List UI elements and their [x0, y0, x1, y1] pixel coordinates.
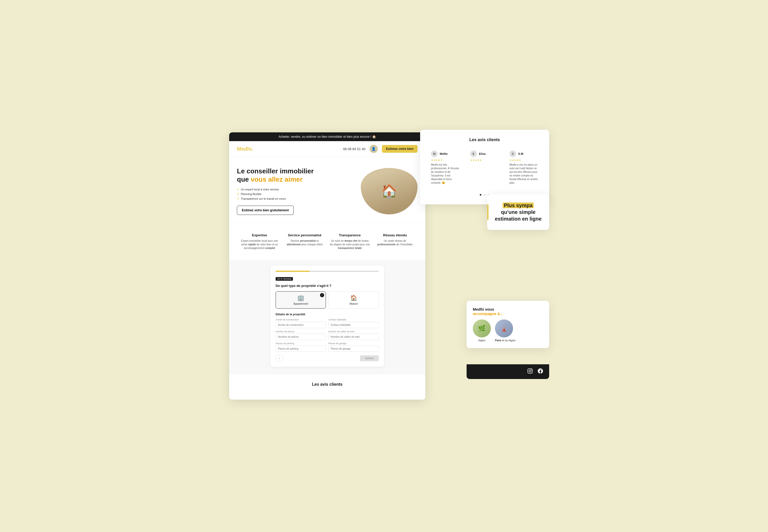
review-text-0: Medhi est très professionnel. À l'écoute…: [431, 163, 460, 185]
announcement-bar: Acheter, vendre, ou estimer un bien immo…: [229, 132, 425, 141]
feature-expertise-desc: Expert immobilier local pour une vente r…: [239, 239, 279, 250]
surface-label: Surface habitable: [328, 318, 379, 321]
feature-transparence: Transparence Un suivi en temps réel de t…: [327, 231, 372, 253]
instagram-icon[interactable]: [527, 368, 533, 375]
reviews-section-bottom: Les avis clients: [229, 374, 425, 400]
dot-active: [480, 194, 481, 196]
overlay-reviews-card: Les avis clients M Mellie ★★★★★ Medhi es…: [420, 130, 549, 204]
navbar: Medhi. 06 08 84 51 40 👤 Estimez votre bi…: [229, 141, 425, 157]
rooms-input[interactable]: [276, 334, 326, 340]
page-wrapper: Acheter, vendre, ou estimer un bien immo…: [229, 132, 539, 399]
form-section: 33 % Terminé De quel type de propriété s…: [229, 260, 425, 374]
surface-input[interactable]: [328, 322, 379, 328]
overlay-sympa-title: Plus sympa qu'une simple estimation en l…: [492, 202, 544, 222]
bathrooms-label: Nombre de salles de bain: [328, 330, 379, 333]
hero-content: Le conseiller immobilier que vous allez …: [237, 167, 353, 215]
region-label-0: région: [473, 339, 491, 342]
form-question: De quel type de propriété s'agit-il ?: [276, 284, 379, 288]
rooms-label: Nombre de pièces: [276, 330, 326, 333]
hero-title: Le conseiller immobilier que vous allez …: [237, 167, 353, 183]
feature-service: Service personnalisé Service personnalis…: [282, 231, 327, 253]
review-card-2: S S.M ★★★★★ Medhi a mis en place un suiv…: [506, 147, 541, 188]
details-title: Détails de la propriété: [276, 313, 379, 316]
announcement-text: Acheter, vendre, ou estimer un bien immo…: [278, 135, 376, 139]
reviewer-row-0: M Mellie: [431, 150, 460, 157]
step-label: 33 % Terminé: [276, 277, 293, 281]
parking-input[interactable]: [276, 345, 326, 352]
stars-0: ★★★★★: [431, 159, 460, 162]
form-prev-button[interactable]: ‹: [276, 355, 283, 361]
year-input[interactable]: [276, 322, 326, 328]
year-label: Année de construction: [276, 318, 326, 321]
nav-cta-button[interactable]: Estimez votre bien: [382, 145, 418, 153]
reviewer-name-0: Mellie: [440, 152, 448, 155]
form-next-button[interactable]: Suivant: [360, 355, 379, 361]
garage-label: Places de garage: [328, 342, 379, 345]
overlay-reviews-title: Les avis clients: [428, 138, 541, 142]
form-card: 33 % Terminé De quel type de propriété s…: [270, 265, 384, 367]
feature-item: ✔ Transparence sur le travail en cours: [237, 197, 353, 200]
avatar: 👤: [370, 145, 378, 153]
feature-item: ✔ Planning flexible: [237, 192, 353, 196]
reviewer-row-1: E Elisa: [470, 150, 499, 157]
region-image-paris: 🗼: [495, 319, 513, 337]
check-badge-icon: ✓: [320, 293, 324, 297]
nav-right: 06 08 84 51 40 👤 Estimez votre bien: [343, 145, 418, 153]
garage-input[interactable]: [328, 345, 379, 352]
hero-cta-button[interactable]: Estimez votre bien gratuitement: [237, 206, 294, 215]
region-item-0: 🌿 région: [473, 319, 491, 342]
reviewer-avatar-1: E: [470, 150, 477, 157]
form-grid: Année de construction Surface habitable …: [276, 318, 379, 352]
phone-number: 06 08 84 51 40: [343, 147, 365, 151]
form-nav: ‹ Suivant: [276, 355, 379, 361]
hero-section: Le conseiller immobilier que vous allez …: [229, 157, 425, 222]
appartement-label: Appartement: [279, 302, 323, 305]
bathrooms-input[interactable]: [328, 334, 379, 340]
hero-image-inner: [361, 168, 418, 214]
review-card-0: M Mellie ★★★★★ Medhi est très profession…: [428, 147, 463, 188]
check-icon: ✔: [237, 192, 239, 196]
form-group-bathrooms: Nombre de salles de bain: [328, 330, 379, 340]
feature-item: ✔ Un expert local à votre service: [237, 188, 353, 191]
dot-inactive-1: [484, 194, 485, 196]
maison-icon: 🏠: [332, 295, 375, 301]
facebook-icon[interactable]: [538, 368, 543, 375]
region-image-0: 🌿: [473, 319, 491, 337]
maison-label: Maison: [332, 302, 375, 305]
overlay-footer: [467, 364, 549, 379]
form-group-garage: Places de garage: [328, 342, 379, 352]
parking-label: Places de parking: [276, 342, 326, 345]
overlay-accompagne-card: Medhi vous accompagne à... 🌿 région 🗼 Pa…: [467, 301, 549, 348]
regions-row: 🌿 région 🗼 Paris et sa région: [473, 319, 543, 342]
reviewer-avatar-2: S: [509, 150, 516, 157]
accompagne-title: Medhi vous accompagne à...: [473, 307, 543, 316]
progress-bar-container: [276, 271, 379, 272]
reviews-grid: M Mellie ★★★★★ Medhi est très profession…: [428, 147, 541, 188]
reviewer-name-1: Elisa: [479, 152, 486, 155]
review-card-1: E Elisa ★★★★★: [467, 147, 502, 188]
check-icon: ✔: [237, 197, 239, 200]
main-card: Acheter, vendre, ou estimer un bien immo…: [229, 132, 425, 399]
stars-2: ★★★★★: [509, 159, 538, 162]
form-group-surface: Surface habitable: [328, 318, 379, 328]
yellow-accent-bar: [487, 204, 489, 220]
form-group-parking: Places de parking: [276, 342, 326, 352]
property-type-maison[interactable]: 🏠 Maison: [329, 291, 379, 309]
reviewer-row-2: S S.M: [509, 150, 538, 157]
appartement-icon: 🏢: [279, 295, 323, 301]
feature-expertise: Expertise Expert immobilier local pour u…: [237, 231, 282, 253]
stars-1: ★★★★★: [470, 159, 499, 162]
review-text-2: Medhi a mis en place un suivi via l'outi…: [509, 163, 538, 185]
region-item-paris: 🗼 Paris et sa région: [495, 319, 516, 342]
hero-features: ✔ Un expert local à votre service ✔ Plan…: [237, 188, 353, 200]
progress-bar-fill: [276, 271, 310, 272]
feature-reseau-desc: Un vaste réseau de professionnels de l'i…: [375, 239, 415, 246]
brand-logo[interactable]: Medhi.: [237, 146, 253, 152]
reviewer-name-2: S.M: [518, 152, 523, 155]
features-grid: Expertise Expert immobilier local pour u…: [229, 223, 425, 260]
property-type-row: ✓ 🏢 Appartement 🏠 Maison: [276, 291, 379, 309]
form-group-year: Année de construction: [276, 318, 326, 328]
feature-reseau: Réseau étendu Un vaste réseau de profess…: [372, 231, 418, 253]
reviewer-avatar-0: M: [431, 150, 438, 157]
property-type-appartement[interactable]: ✓ 🏢 Appartement: [276, 291, 326, 309]
